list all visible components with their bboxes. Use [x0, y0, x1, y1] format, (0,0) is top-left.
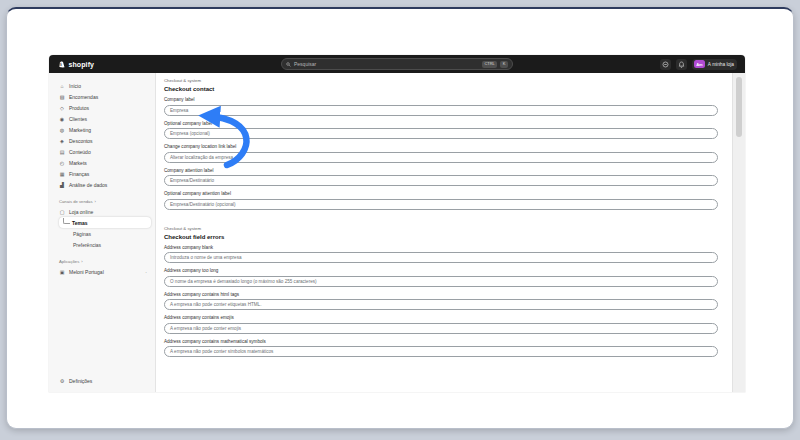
sidebar-item-label: Definições: [69, 378, 92, 384]
sidebar-item-markets[interactable]: ◴Markets: [49, 157, 155, 168]
field-label: Address company blank: [164, 245, 718, 250]
sidebar-item-meloni-portugal[interactable]: ▣ Meloni Portugal ·: [49, 266, 155, 277]
section-title: Checkout contact: [164, 86, 718, 92]
sidebar-item-label: Temas: [72, 220, 87, 226]
translation-input[interactable]: Empresa/Destinatário (opcional): [164, 199, 718, 210]
field-label: Company attention label: [164, 168, 718, 173]
sidebar-item-loja-online[interactable]: ▢ Loja online: [49, 206, 155, 217]
online-store-subnav: TemasPáginasPreferências: [49, 217, 155, 250]
sidebar-item-financas[interactable]: ▦Finanças: [49, 168, 155, 179]
more-indicator-icon: ·: [145, 269, 147, 275]
search-icon: [286, 62, 291, 67]
help-button[interactable]: [660, 59, 671, 70]
sidebar-item-label: Encomendas: [69, 94, 98, 100]
store-icon: ▢: [59, 209, 65, 215]
translation-input[interactable]: A empresa não pode conter etiquetas HTML…: [164, 299, 718, 310]
sidebar-item-preferencias[interactable]: Preferências: [49, 239, 155, 250]
field-label: Address company contains emojis: [164, 315, 718, 320]
sidebar-item-definicoes[interactable]: ⚙ Definições: [49, 375, 155, 386]
orders-icon: ▧: [59, 94, 65, 100]
translation-field: Address company blankIntroduza o nome de…: [164, 245, 718, 264]
section-title: Checkout field errors: [164, 234, 718, 240]
topbar-right: Am A minha loja: [660, 59, 737, 70]
tree-connector-icon: [63, 218, 70, 224]
translation-input[interactable]: Introduza o nome de uma empresa: [164, 252, 718, 263]
sidebar-item-marketing[interactable]: ◍Marketing: [49, 124, 155, 135]
translation-field: Company attention labelEmpresa/Destinatá…: [164, 168, 718, 187]
translation-input[interactable]: O nome da empresa é demasiado longo (o m…: [164, 276, 718, 287]
sidebar-section-sales-channels[interactable]: Canais de vendas ›: [49, 197, 155, 206]
sidebar-footer: ⚙ Definições: [49, 375, 155, 386]
translation-field: Address company contains emojisA empresa…: [164, 315, 718, 334]
products-icon: ◇: [59, 105, 65, 111]
sidebar-item-analise-de-dados[interactable]: ▟Análise de dados: [49, 179, 155, 190]
field-label: Address company contains html tags: [164, 292, 718, 297]
translation-input[interactable]: Empresa: [164, 105, 718, 116]
sidebar-item-descontos[interactable]: ◈Descontos: [49, 135, 155, 146]
sidebar-item-label: Páginas: [73, 231, 91, 237]
sidebar-section-apps[interactable]: Aplicações ›: [49, 257, 155, 266]
finances-icon: ▦: [59, 171, 65, 177]
content-icon: ▤: [59, 149, 65, 155]
sidebar-item-label: Conteúdo: [69, 149, 91, 155]
sidebar-item-label: Análise de dados: [69, 182, 107, 188]
sales-channels-label: Canais de vendas: [59, 199, 93, 204]
shortcut-k-badge: K: [500, 61, 508, 68]
search-placeholder: Pesquisar: [294, 61, 479, 67]
chevron-right-icon: ›: [81, 259, 82, 264]
store-avatar: Am: [694, 60, 705, 68]
sidebar-item-temas[interactable]: Temas: [59, 217, 151, 228]
customers-icon: ◉: [59, 116, 65, 122]
field-label: Change company location link label: [164, 144, 718, 149]
section-caption: Checkout & system: [164, 226, 718, 231]
sidebar-item-label: Loja online: [69, 209, 93, 215]
sidebar-item-clientes[interactable]: ◉Clientes: [49, 113, 155, 124]
logo-wordmark: shopify: [69, 61, 95, 68]
scrollbar-thumb[interactable]: [736, 77, 742, 137]
sidebar-item-paginas[interactable]: Páginas: [49, 228, 155, 239]
sidebar-item-label: Finanças: [69, 171, 89, 177]
browser-window: S shopify Pesquisar CTRL K: [6, 7, 794, 429]
sidebar-item-inicio[interactable]: ⌂Início: [49, 80, 155, 91]
translation-field: Optional company attention labelEmpresa/…: [164, 191, 718, 210]
chevron-right-icon: ›: [95, 199, 96, 204]
marketing-icon: ◍: [59, 127, 65, 133]
scrollbar[interactable]: [732, 73, 745, 392]
field-label: Optional company attention label: [164, 191, 718, 196]
translation-field: Optional company labelEmpresa (opcional): [164, 121, 718, 140]
shopify-bag-icon: S: [57, 60, 66, 69]
section-caption: Checkout & system: [164, 78, 718, 83]
sidebar-item-label: Produtos: [69, 105, 89, 111]
translation-input[interactable]: Alterar localização da empresa: [164, 152, 718, 163]
sidebar-item-label: Preferências: [73, 242, 101, 248]
sidebar-item-label: Descontos: [69, 138, 93, 144]
sidebar-item-label: Meloni Portugal: [69, 269, 104, 275]
translation-field: Address company contains mathematical sy…: [164, 339, 718, 358]
translation-input[interactable]: A empresa não pode conter símbolos matem…: [164, 346, 718, 357]
store-name: A minha loja: [708, 62, 734, 67]
app-icon: ▣: [59, 269, 65, 275]
account-menu[interactable]: Am A minha loja: [692, 59, 737, 70]
field-label: Address company contains mathematical sy…: [164, 339, 718, 344]
field-label: Address company too long: [164, 268, 718, 273]
sidebar-item-produtos[interactable]: ◇Produtos: [49, 102, 155, 113]
sidebar-item-encomendas[interactable]: ▧Encomendas: [49, 91, 155, 102]
translation-input[interactable]: Empresa (opcional): [164, 128, 718, 139]
field-label: Company label: [164, 97, 718, 102]
shortcut-ctrl-badge: CTRL: [482, 61, 497, 68]
translation-input[interactable]: Empresa/Destinatário: [164, 175, 718, 186]
translation-sections: Checkout & systemCheckout contactCompany…: [164, 78, 718, 357]
home-icon: ⌂: [59, 83, 65, 89]
translation-field: Address company contains html tagsA empr…: [164, 292, 718, 311]
translation-section: Checkout & systemCheckout field errorsAd…: [164, 226, 718, 358]
shopify-logo[interactable]: S shopify: [57, 60, 94, 69]
translation-input[interactable]: A empresa não pode conter emojis: [164, 323, 718, 334]
sidebar-main-nav: ⌂Início▧Encomendas◇Produtos◉Clientes◍Mar…: [49, 80, 155, 190]
sidebar-item-label: Início: [69, 83, 81, 89]
apps-label: Aplicações: [59, 259, 79, 264]
sidebar-item-conteudo[interactable]: ▤Conteúdo: [49, 146, 155, 157]
notifications-button[interactable]: [676, 59, 687, 70]
translation-section: Checkout & systemCheckout contactCompany…: [164, 78, 718, 210]
global-search-input[interactable]: Pesquisar CTRL K: [281, 58, 513, 70]
bell-icon: [678, 61, 685, 68]
